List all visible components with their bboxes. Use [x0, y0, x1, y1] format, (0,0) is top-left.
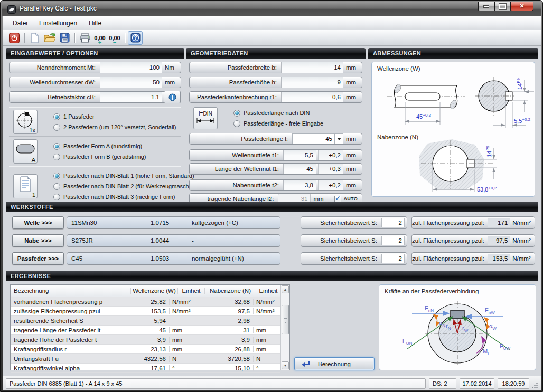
toolbar-separator [74, 33, 75, 43]
power-icon [9, 33, 20, 43]
minimize-button[interactable] [478, 2, 494, 11]
torque-input[interactable]: 100 [100, 62, 162, 73]
maximize-button[interactable] [494, 2, 510, 11]
shaft-groove-depth-input[interactable]: 5,5 [283, 150, 316, 160]
radio-button[interactable] [233, 120, 240, 127]
open-file-button[interactable] [42, 31, 57, 45]
scroll-up-button[interactable]: ▲ [282, 285, 289, 293]
material-treatment: kaltgezogen (+C) [192, 219, 280, 226]
key-material-button[interactable]: Passfeder >>> [12, 252, 64, 265]
print-button[interactable] [78, 31, 92, 45]
radio-label: Passfeder nach DIN-Blatt 3 (niedrige For… [63, 194, 175, 200]
info-button[interactable] [164, 91, 181, 103]
save-button[interactable] [57, 31, 72, 45]
key-pressure-value: 153,5 [488, 254, 510, 263]
key-length-value[interactable]: 45 [292, 133, 334, 144]
auto-checkbox-label: AUTO [343, 196, 358, 202]
key-chamfer-input[interactable]: 0,6 [281, 92, 343, 102]
new-file-button[interactable] [27, 31, 42, 45]
app-window: Parallel Key Calc - Test.pkc ✕ Datei Ein… [0, 0, 543, 392]
key-length-combobox[interactable]: 45 [292, 133, 343, 144]
key-safety-input[interactable]: 2 [381, 254, 405, 263]
radio-label: Passfederlänge nach DIN [244, 110, 310, 116]
hub-groove-depth-input[interactable]: 3,8 [283, 180, 316, 190]
app-icon [7, 5, 16, 14]
radio-button[interactable] [53, 194, 60, 200]
plus-icon: + [98, 40, 101, 44]
hub-material-button[interactable]: Nabe >>> [12, 234, 64, 247]
radio-button[interactable] [53, 154, 60, 160]
radio-button[interactable] [53, 183, 60, 190]
key-form-iconbox: A [13, 139, 38, 164]
key-chamfer-row: Passfederkantenbrechung r1: 0,6 mm [189, 91, 362, 103]
key-width-row: Passfederbreite b: 14 mm [189, 62, 362, 73]
radio-option-din3[interactable]: Passfeder nach DIN-Blatt 3 (niedrige For… [53, 192, 181, 202]
radio-option-two-keys[interactable]: 2 Passfedern (um 120° versetzt, Sonderfa… [53, 122, 181, 132]
section-results-header: ERGEBNISSE [6, 271, 538, 281]
combobox-dropdown-button[interactable] [334, 133, 343, 144]
close-icon: ✕ [519, 3, 524, 9]
key-height-input[interactable]: 9 [281, 77, 343, 88]
hub-zone-drawing: 14P9 53,8+0,2 [372, 137, 534, 196]
key-width-input[interactable]: 14 [281, 62, 343, 73]
force-diagram-panel: Kräfte an der Passfederverbindung [379, 284, 536, 370]
menu-datei[interactable]: Datei [7, 17, 33, 29]
safety-label: Sicherheitsbeiwert S: [301, 255, 381, 262]
key-width-label: Passfederbreite b: [190, 64, 281, 71]
hub-groove-depth-unit: mm [343, 182, 362, 188]
radio-option-form-b[interactable]: Passfeder Form B (geradstirnig) [53, 151, 181, 162]
radio-option-length-free[interactable]: Passfederlänge - freie Eingabe [233, 118, 362, 129]
key-safety-row: Sicherheitsbeiwert S: 2 [301, 252, 407, 265]
shaft-safety-input[interactable]: 2 [381, 218, 405, 227]
col-header: Einheit [256, 288, 280, 294]
key-length-unit: mm [343, 136, 362, 142]
material-row-shaft: Welle >>> 11SMn30 1.0715 kaltgezogen (+C… [6, 216, 538, 229]
panel-geometry-header: GEOMETRIEDATEN [186, 48, 366, 59]
radio-option-one-key[interactable]: 1 Passfeder [53, 111, 181, 122]
title-bar[interactable]: Parallel Key Calc - Test.pkc ✕ [2, 2, 541, 16]
material-row-key: Passfeder >>> C45 1.0503 normalgeglüht (… [6, 252, 538, 265]
radio-option-form-a[interactable]: Passfeder Form A (rundstirnig) [53, 141, 181, 151]
radio-button[interactable] [233, 110, 240, 117]
decimals-increase-button[interactable]: 0,00 + [92, 31, 107, 45]
divider [9, 107, 181, 108]
service-factor-input[interactable]: 1.1 [100, 92, 162, 102]
menu-hilfe[interactable]: Hilfe [83, 17, 107, 29]
decimals-decrease-button[interactable]: 0,00 − [107, 31, 122, 45]
radio-button[interactable] [53, 113, 60, 120]
radio-option-din2[interactable]: Passfeder nach DIN-Blatt 2 (für Werkzeug… [53, 181, 181, 192]
hub-pressure-value: 97,5 [488, 236, 510, 245]
hub-groove-depth-label: Nabennuttiefe t2: [190, 182, 283, 188]
shaft-groove-length-input[interactable]: 45 [283, 164, 316, 174]
maximize-icon [499, 4, 506, 9]
shaft-diameter-input[interactable]: 50 [100, 77, 162, 88]
table-row: resultierende Sicherheit S5,942,98 [11, 316, 280, 326]
radio-option-din1[interactable]: Passfeder nach DIN-Blatt 1 (hohe Form, S… [53, 170, 181, 181]
key-chamfer-label: Passfederkantenbrechung r1: [190, 94, 281, 100]
hub-safety-input[interactable]: 2 [381, 236, 405, 245]
table-row: Kraftangriffsradius r23,13mm26,88mm [11, 345, 280, 354]
radio-option-length-din[interactable]: Passfederlänge nach DIN [233, 108, 362, 118]
radio-button[interactable] [53, 143, 60, 150]
results-table-header: Bezeichnung Wellenzone (W) Einheit Naben… [11, 285, 280, 297]
results-scrollbar[interactable]: ▲ ▼ [280, 285, 289, 370]
close-button[interactable]: ✕ [510, 2, 533, 11]
calculate-button[interactable]: Berechnung [294, 357, 375, 370]
new-document-icon [30, 33, 40, 43]
radio-button[interactable] [53, 173, 60, 179]
scroll-down-button[interactable]: ▼ [282, 361, 289, 369]
radio-label: 2 Passfedern (um 120° versetzt, Sonderfa… [63, 124, 176, 130]
shaft-groove-depth-tolerance: +0,2 [318, 150, 343, 160]
results-table: Bezeichnung Wellenzone (W) Einheit Naben… [10, 284, 290, 370]
calculate-button-label: Berechnung [318, 361, 351, 367]
exit-button[interactable] [7, 31, 22, 45]
resize-grip[interactable] [531, 382, 538, 389]
table-row: Kraftangriffswinkel alpha17,61°15,10° [11, 364, 280, 373]
material-treatment: - [192, 237, 280, 244]
menu-einstellungen[interactable]: Einstellungen [33, 17, 83, 29]
help-button[interactable]: ? [128, 31, 143, 45]
scrollbar-thumb[interactable] [282, 305, 289, 334]
radio-button[interactable] [53, 124, 60, 131]
shaft-material-button[interactable]: Welle >>> [12, 216, 64, 229]
dimensions-drawing-box: Wellenzone (W) [371, 62, 535, 197]
